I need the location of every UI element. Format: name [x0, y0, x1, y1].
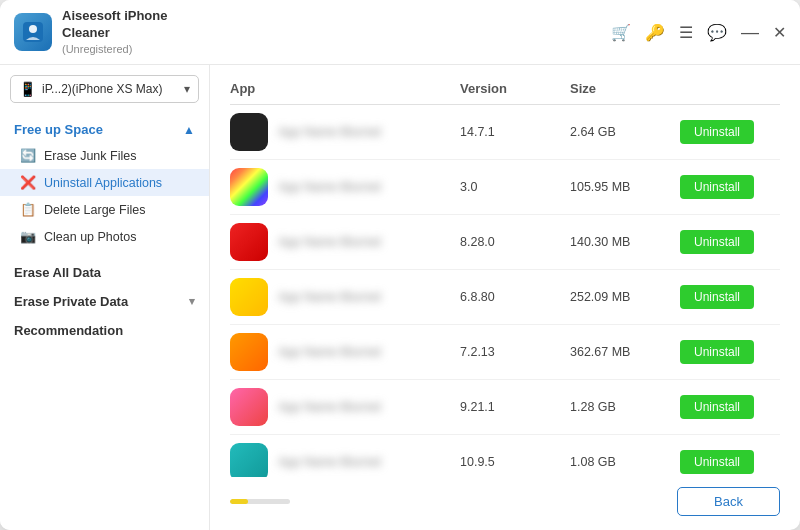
- titlebar: Aiseesoft iPhone Cleaner (Unregistered) …: [0, 0, 800, 65]
- app-size: 1.28 GB: [570, 400, 680, 414]
- app-icon-thumb: [230, 278, 268, 316]
- back-button[interactable]: Back: [677, 487, 780, 516]
- app-cell: App Name Blurred: [230, 333, 460, 371]
- sidebar-item-erase-junk[interactable]: 🔄 Erase Junk Files: [0, 142, 209, 169]
- app-name: App Name Blurred: [278, 180, 381, 194]
- progress-fill: [230, 499, 248, 504]
- cart-icon[interactable]: 🛒: [611, 23, 631, 42]
- footer-bar: Back: [230, 477, 780, 516]
- progress-strip: [230, 499, 290, 504]
- app-size: 252.09 MB: [570, 290, 680, 304]
- device-label: iP...2)(iPhone XS Max): [42, 82, 163, 96]
- sidebar-item-label-erase-junk: Erase Junk Files: [44, 149, 136, 163]
- app-logo: [14, 13, 52, 51]
- sidebar-erase-all[interactable]: Erase All Data: [0, 256, 209, 285]
- app-name: App Name Blurred: [278, 345, 381, 359]
- svg-point-1: [29, 25, 37, 33]
- table-row: App Name Blurred 6.8.80 252.09 MB Uninst…: [230, 270, 780, 325]
- app-name: App Name Blurred: [278, 235, 381, 249]
- main-layout: 📱 iP...2)(iPhone XS Max) ▾ Free up Space…: [0, 65, 800, 530]
- app-icon-thumb: [230, 388, 268, 426]
- device-selector[interactable]: 📱 iP...2)(iPhone XS Max) ▾: [10, 75, 199, 103]
- col-header-size: Size: [570, 81, 680, 96]
- uninstall-button[interactable]: Uninstall: [680, 340, 754, 364]
- app-action: Uninstall: [680, 120, 780, 144]
- app-version: 7.2.13: [460, 345, 570, 359]
- titlebar-controls: 🛒 🔑 ☰ 💬 — ✕: [611, 23, 786, 42]
- close-icon[interactable]: ✕: [773, 23, 786, 42]
- app-icon-thumb: [230, 168, 268, 206]
- table-header: App Version Size: [230, 81, 780, 105]
- uninstall-button[interactable]: Uninstall: [680, 395, 754, 419]
- app-title: Aiseesoft iPhone Cleaner (Unregistered): [62, 8, 167, 56]
- erase-junk-icon: 🔄: [20, 148, 36, 163]
- free-up-space-header[interactable]: Free up Space ▲: [0, 115, 209, 142]
- app-version: 8.28.0: [460, 235, 570, 249]
- app-action: Uninstall: [680, 285, 780, 309]
- app-cell: App Name Blurred: [230, 388, 460, 426]
- app-action: Uninstall: [680, 450, 780, 474]
- col-header-app: App: [230, 81, 460, 96]
- app-cell: App Name Blurred: [230, 223, 460, 261]
- sidebar-erase-private[interactable]: Erase Private Data ▾: [0, 285, 209, 314]
- app-version: 10.9.5: [460, 455, 570, 469]
- sidebar: 📱 iP...2)(iPhone XS Max) ▾ Free up Space…: [0, 65, 210, 530]
- uninstall-button[interactable]: Uninstall: [680, 230, 754, 254]
- phone-icon: 📱: [19, 81, 36, 97]
- key-icon[interactable]: 🔑: [645, 23, 665, 42]
- clean-photos-icon: 📷: [20, 229, 36, 244]
- app-icon-thumb: [230, 223, 268, 261]
- app-name: App Name Blurred: [278, 400, 381, 414]
- app-icon-thumb: [230, 443, 268, 477]
- table-row: App Name Blurred 14.7.1 2.64 GB Uninstal…: [230, 105, 780, 160]
- free-up-space-section: Free up Space ▲ 🔄 Erase Junk Files ❌ Uni…: [0, 115, 209, 250]
- sidebar-item-label-clean-photos: Clean up Photos: [44, 230, 136, 244]
- uninstall-button[interactable]: Uninstall: [680, 120, 754, 144]
- sidebar-item-label-uninstall-apps: Uninstall Applications: [44, 176, 162, 190]
- titlebar-left: Aiseesoft iPhone Cleaner (Unregistered): [14, 8, 167, 56]
- minimize-icon[interactable]: —: [741, 23, 759, 41]
- uninstall-button[interactable]: Uninstall: [680, 285, 754, 309]
- app-list: App Name Blurred 14.7.1 2.64 GB Uninstal…: [230, 105, 786, 477]
- app-cell: App Name Blurred: [230, 278, 460, 316]
- sidebar-recommendation[interactable]: Recommendation: [0, 314, 209, 343]
- table-row: App Name Blurred 8.28.0 140.30 MB Uninst…: [230, 215, 780, 270]
- app-size: 362.67 MB: [570, 345, 680, 359]
- sidebar-item-delete-large[interactable]: 📋 Delete Large Files: [0, 196, 209, 223]
- uninstall-button[interactable]: Uninstall: [680, 175, 754, 199]
- app-name: App Name Blurred: [278, 125, 381, 139]
- app-version: 9.21.1: [460, 400, 570, 414]
- uninstall-button[interactable]: Uninstall: [680, 450, 754, 474]
- table-row: App Name Blurred 7.2.13 362.67 MB Uninst…: [230, 325, 780, 380]
- delete-large-icon: 📋: [20, 202, 36, 217]
- app-version: 14.7.1: [460, 125, 570, 139]
- sidebar-item-label-delete-large: Delete Large Files: [44, 203, 145, 217]
- menu-icon[interactable]: ☰: [679, 23, 693, 42]
- chat-icon[interactable]: 💬: [707, 23, 727, 42]
- col-header-version: Version: [460, 81, 570, 96]
- app-icon-thumb: [230, 113, 268, 151]
- table-row: App Name Blurred 3.0 105.95 MB Uninstall: [230, 160, 780, 215]
- app-action: Uninstall: [680, 395, 780, 419]
- app-cell: App Name Blurred: [230, 443, 460, 477]
- app-icon-thumb: [230, 333, 268, 371]
- app-window: Aiseesoft iPhone Cleaner (Unregistered) …: [0, 0, 800, 530]
- chevron-down-icon: ▾: [184, 82, 190, 96]
- app-action: Uninstall: [680, 175, 780, 199]
- table-row: App Name Blurred 10.9.5 1.08 GB Uninstal…: [230, 435, 780, 477]
- app-action: Uninstall: [680, 230, 780, 254]
- app-size: 1.08 GB: [570, 455, 680, 469]
- table-row: App Name Blurred 9.21.1 1.28 GB Uninstal…: [230, 380, 780, 435]
- sidebar-item-clean-photos[interactable]: 📷 Clean up Photos: [0, 223, 209, 250]
- sidebar-item-uninstall-apps[interactable]: ❌ Uninstall Applications: [0, 169, 209, 196]
- app-name: App Name Blurred: [278, 290, 381, 304]
- content-area: App Version Size App Name Blurred 14.7.1…: [210, 65, 800, 530]
- app-cell: App Name Blurred: [230, 168, 460, 206]
- app-version: 6.8.80: [460, 290, 570, 304]
- section-toggle-icon: ▲: [183, 123, 195, 137]
- erase-private-chevron: ▾: [189, 295, 195, 308]
- app-name: App Name Blurred: [278, 455, 381, 469]
- erase-private-label: Erase Private Data: [14, 294, 128, 309]
- app-size: 2.64 GB: [570, 125, 680, 139]
- app-size: 140.30 MB: [570, 235, 680, 249]
